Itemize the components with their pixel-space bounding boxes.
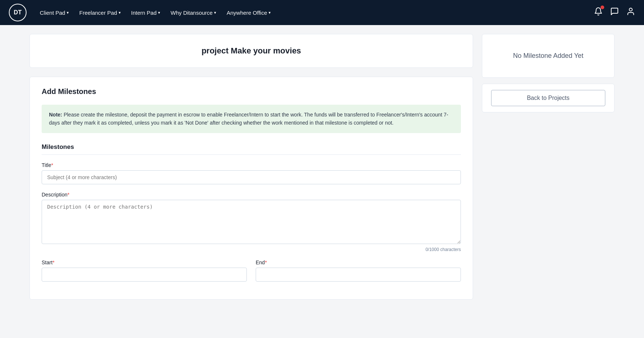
note-label: Note: (49, 112, 62, 118)
title-form-group: Title* (42, 162, 461, 184)
message-icon[interactable] (610, 7, 619, 18)
milestone-empty-card: No Milestone Added Yet (482, 34, 615, 78)
milestone-empty-text: No Milestone Added Yet (491, 52, 605, 60)
back-to-projects-button[interactable]: Back to Projects (491, 90, 605, 106)
nav-item-why-ditansource[interactable]: Why Ditansource ▾ (166, 7, 221, 19)
nav-item-client-pad[interactable]: Client Pad ▾ (35, 7, 73, 19)
svg-point-0 (629, 8, 632, 11)
add-milestones-title: Add Milestones (42, 87, 461, 96)
notification-badge (601, 6, 604, 9)
end-form-group: End* (256, 259, 461, 282)
note-text: Please create the milestone, deposit the… (49, 112, 448, 126)
nav-item-intern-pad[interactable]: Intern Pad ▾ (127, 7, 165, 19)
logo[interactable]: DT (9, 4, 27, 21)
title-input[interactable] (42, 170, 461, 184)
chevron-down-icon: ▾ (119, 10, 121, 15)
milestones-subsection-title: Milestones (42, 143, 461, 155)
chevron-down-icon: ▾ (67, 10, 69, 15)
nav-menu: Client Pad ▾ Freelancer Pad ▾ Intern Pad… (35, 7, 591, 19)
chevron-down-icon: ▾ (269, 10, 271, 15)
project-title: project Make your movies (42, 46, 461, 56)
start-label: Start* (42, 259, 247, 265)
navbar: DT Client Pad ▾ Freelancer Pad ▾ Intern … (0, 0, 644, 25)
notification-bell-icon[interactable] (594, 7, 603, 18)
char-count: 0/1000 characters (42, 247, 461, 252)
chevron-down-icon: ▾ (214, 10, 216, 15)
start-required-star: * (53, 259, 55, 265)
nav-item-anywhere-office[interactable]: Anywhere Office ▾ (222, 7, 275, 19)
end-input[interactable] (256, 268, 461, 282)
note-box: Note: Please create the milestone, depos… (42, 105, 461, 133)
sidebar-column: No Milestone Added Yet Back to Projects (482, 34, 615, 300)
title-required-star: * (51, 162, 53, 168)
description-label: Description* (42, 192, 461, 198)
back-button-card: Back to Projects (482, 84, 615, 112)
project-header-card: project Make your movies (29, 34, 473, 68)
title-label: Title* (42, 162, 461, 168)
start-input[interactable] (42, 268, 247, 282)
start-form-group: Start* (42, 259, 247, 282)
main-column: project Make your movies Add Milestones … (29, 34, 473, 300)
date-row: Start* End* (42, 259, 461, 289)
chevron-down-icon: ▾ (158, 10, 160, 15)
add-milestones-section: Add Milestones Note: Please create the m… (29, 77, 473, 300)
user-icon[interactable] (626, 7, 635, 18)
page-content: project Make your movies Add Milestones … (0, 25, 644, 309)
navbar-icons (594, 7, 635, 18)
description-textarea[interactable] (42, 200, 461, 244)
end-label: End* (256, 259, 461, 265)
end-required-star: * (265, 259, 267, 265)
nav-item-freelancer-pad[interactable]: Freelancer Pad ▾ (75, 7, 125, 19)
description-form-group: Description* 0/1000 characters (42, 192, 461, 252)
description-required-star: * (67, 192, 69, 198)
